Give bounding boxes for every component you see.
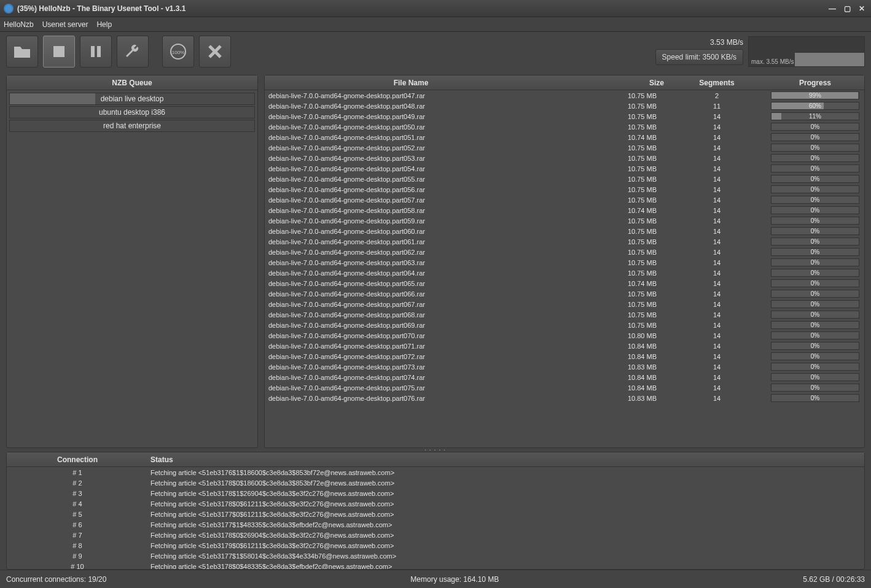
settings-button[interactable] [117,36,149,68]
file-list[interactable]: debian-live-7.0.0-amd64-gnome-desktop.pa… [265,90,864,447]
connection-row[interactable]: # 3Fetching article <51eb3178$1$26904$c3… [7,488,864,498]
connection-row[interactable]: # 7Fetching article <51eb3178$0$26904$c3… [7,530,864,540]
file-row[interactable]: debian-live-7.0.0-amd64-gnome-desktop.pa… [265,111,864,122]
file-row[interactable]: debian-live-7.0.0-amd64-gnome-desktop.pa… [265,215,864,226]
file-row[interactable]: debian-live-7.0.0-amd64-gnome-desktop.pa… [265,320,864,330]
connections-panel: Connection Status # 1Fetching article <5… [6,452,865,570]
file-row[interactable]: debian-live-7.0.0-amd64-gnome-desktop.pa… [265,268,864,278]
connection-row[interactable]: # 4Fetching article <51eb3178$0$61211$c3… [7,498,864,509]
toolbar: 100% 3.53 MB/s Speed limit: 3500 KB/s ma… [0,32,871,71]
title-bar: (35%) HelloNzb - The Binary Usenet Tool … [0,0,871,17]
file-row[interactable]: debian-live-7.0.0-amd64-gnome-desktop.pa… [265,351,864,362]
folder-icon [13,44,31,59]
queue-item[interactable]: debian live desktop [9,93,255,105]
queue-item[interactable]: ubuntu desktop i386 [9,106,255,118]
file-row[interactable]: debian-live-7.0.0-amd64-gnome-desktop.pa… [265,288,864,299]
col-size[interactable]: Size [557,75,668,90]
file-row[interactable]: debian-live-7.0.0-amd64-gnome-desktop.pa… [265,299,864,309]
nzb-queue-panel: NZB Queue debian live desktopubuntu desk… [6,75,258,448]
connection-row[interactable]: # 6Fetching article <51eb3177$1$48335$c3… [7,519,864,530]
file-row[interactable]: debian-live-7.0.0-amd64-gnome-desktop.pa… [265,226,864,236]
col-segments[interactable]: Segments [668,75,766,90]
x-icon [207,44,223,60]
menu-usenet-server[interactable]: Usenet server [42,20,88,29]
app-icon [4,4,14,14]
file-row[interactable]: debian-live-7.0.0-amd64-gnome-desktop.pa… [265,257,864,268]
file-row[interactable]: debian-live-7.0.0-amd64-gnome-desktop.pa… [265,101,864,111]
pause-button[interactable] [80,36,112,68]
file-row[interactable]: debian-live-7.0.0-amd64-gnome-desktop.pa… [265,362,864,372]
window-title: (35%) HelloNzb - The Binary Usenet Tool … [17,4,827,13]
graph-max-label: max. 3.55 MB/s [751,58,794,65]
connection-row[interactable]: # 1Fetching article <51eb3176$1$18600$c3… [7,467,864,478]
file-row[interactable]: debian-live-7.0.0-amd64-gnome-desktop.pa… [265,236,864,247]
file-row[interactable]: debian-live-7.0.0-amd64-gnome-desktop.pa… [265,309,864,320]
connection-row[interactable]: # 2Fetching article <51eb3178$0$18600$c3… [7,478,864,488]
svg-text:100%: 100% [172,50,184,55]
svg-rect-0 [53,46,64,57]
stop-icon [52,44,66,59]
minimize-button[interactable]: — [827,4,838,14]
file-row[interactable]: debian-live-7.0.0-amd64-gnome-desktop.pa… [265,90,864,101]
status-bar: Concurrent connections: 19/20 Memory usa… [0,570,871,588]
file-row[interactable]: debian-live-7.0.0-amd64-gnome-desktop.pa… [265,278,864,288]
stop-button[interactable] [43,36,75,68]
connection-row[interactable]: # 5Fetching article <51eb3177$0$61211$c3… [7,509,864,519]
status-total: 5.62 GB / 00:26:33 [803,575,865,584]
cancel-button[interactable] [199,36,231,68]
file-row[interactable]: debian-live-7.0.0-amd64-gnome-desktop.pa… [265,195,864,205]
col-filename[interactable]: File Name [265,75,557,90]
current-speed: 3.53 MB/s [655,38,743,47]
file-row[interactable]: debian-live-7.0.0-amd64-gnome-desktop.pa… [265,341,864,351]
speed-gauge-button[interactable]: 100% [162,36,194,68]
files-panel: File Name Size Segments Progress debian-… [264,75,865,448]
menu-help[interactable]: Help [96,20,112,29]
status-memory: Memory usage: 164.10 MB [131,575,778,584]
queue-header: NZB Queue [7,75,257,90]
file-row[interactable]: debian-live-7.0.0-amd64-gnome-desktop.pa… [265,184,864,195]
col-connection[interactable]: Connection [7,452,148,466]
close-button[interactable]: ✕ [856,4,867,14]
svg-rect-1 [91,46,95,57]
file-row[interactable]: debian-live-7.0.0-amd64-gnome-desktop.pa… [265,122,864,132]
menu-hellonzb[interactable]: HelloNzb [4,20,34,29]
svg-rect-2 [97,46,101,57]
file-row[interactable]: debian-live-7.0.0-amd64-gnome-desktop.pa… [265,247,864,257]
connection-row[interactable]: # 9Fetching article <51eb3177$1$58014$c3… [7,551,864,561]
file-row[interactable]: debian-live-7.0.0-amd64-gnome-desktop.pa… [265,205,864,215]
file-row[interactable]: debian-live-7.0.0-amd64-gnome-desktop.pa… [265,163,864,174]
pause-icon [88,44,103,59]
col-progress[interactable]: Progress [766,75,864,90]
file-row[interactable]: debian-live-7.0.0-amd64-gnome-desktop.pa… [265,174,864,184]
queue-item[interactable]: red hat enterprise [9,120,255,132]
open-folder-button[interactable] [6,36,38,68]
file-row[interactable]: debian-live-7.0.0-amd64-gnome-desktop.pa… [265,142,864,153]
file-row[interactable]: debian-live-7.0.0-amd64-gnome-desktop.pa… [265,372,864,382]
speed-limit-button[interactable]: Speed limit: 3500 KB/s [655,49,743,65]
file-row[interactable]: debian-live-7.0.0-amd64-gnome-desktop.pa… [265,393,864,403]
file-row[interactable]: debian-live-7.0.0-amd64-gnome-desktop.pa… [265,132,864,142]
file-row[interactable]: debian-live-7.0.0-amd64-gnome-desktop.pa… [265,330,864,341]
menu-bar: HelloNzb Usenet server Help [0,17,871,32]
col-status[interactable]: Status [148,452,864,466]
wrench-icon [124,43,141,60]
connection-list[interactable]: # 1Fetching article <51eb3176$1$18600$c3… [7,467,864,569]
connection-row[interactable]: # 10Fetching article <51eb3178$0$48335$c… [7,561,864,569]
connection-row[interactable]: # 8Fetching article <51eb3179$0$61211$c3… [7,540,864,551]
file-row[interactable]: debian-live-7.0.0-amd64-gnome-desktop.pa… [265,382,864,393]
speed-graph: max. 3.55 MB/s [748,36,865,67]
maximize-button[interactable]: ▢ [842,4,853,14]
gauge-icon: 100% [169,42,187,61]
file-row[interactable]: debian-live-7.0.0-amd64-gnome-desktop.pa… [265,153,864,163]
status-connections: Concurrent connections: 19/20 [6,575,106,584]
